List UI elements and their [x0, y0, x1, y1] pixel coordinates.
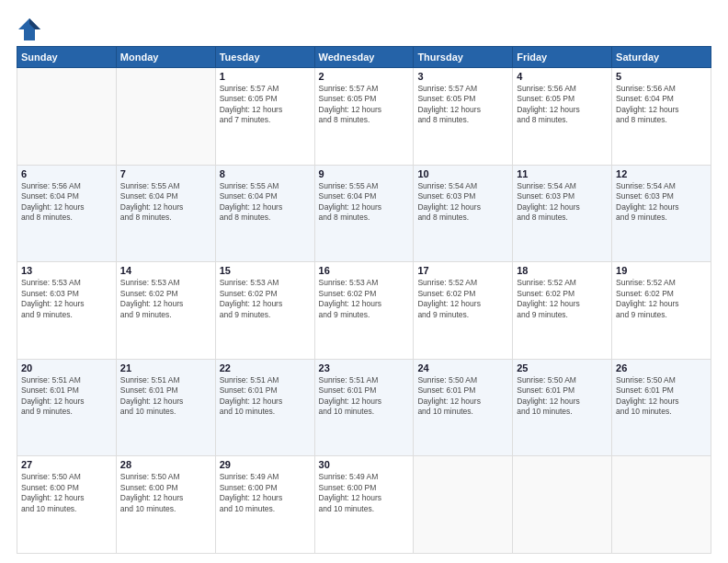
logo-icon	[17, 17, 42, 42]
calendar-header-row: SundayMondayTuesdayWednesdayThursdayFrid…	[17, 47, 711, 68]
day-info: Sunrise: 5:49 AM Sunset: 6:00 PM Dayligh…	[220, 472, 311, 514]
day-info: Sunrise: 5:56 AM Sunset: 6:05 PM Dayligh…	[517, 84, 608, 126]
calendar-cell	[17, 68, 117, 166]
day-info: Sunrise: 5:54 AM Sunset: 6:03 PM Dayligh…	[417, 181, 508, 224]
calendar-cell: 18Sunrise: 5:52 AM Sunset: 6:02 PM Dayli…	[513, 262, 612, 360]
day-info: Sunrise: 5:52 AM Sunset: 6:02 PM Dayligh…	[616, 278, 707, 320]
calendar-week-row: 20Sunrise: 5:51 AM Sunset: 6:01 PM Dayli…	[17, 359, 711, 456]
calendar-cell: 26Sunrise: 5:50 AM Sunset: 6:01 PM Dayli…	[612, 359, 711, 456]
day-info: Sunrise: 5:51 AM Sunset: 6:01 PM Dayligh…	[319, 375, 410, 418]
day-number: 6	[21, 168, 112, 179]
calendar-cell: 14Sunrise: 5:53 AM Sunset: 6:02 PM Dayli…	[116, 262, 215, 360]
day-number: 22	[220, 362, 311, 373]
day-info: Sunrise: 5:49 AM Sunset: 6:00 PM Dayligh…	[319, 472, 410, 514]
day-number: 9	[319, 168, 410, 179]
day-number: 3	[417, 71, 508, 82]
day-number: 17	[417, 265, 508, 276]
calendar-week-row: 1Sunrise: 5:57 AM Sunset: 6:05 PM Daylig…	[17, 68, 711, 166]
calendar-week-row: 27Sunrise: 5:50 AM Sunset: 6:00 PM Dayli…	[17, 456, 711, 554]
calendar-header-friday: Friday	[513, 47, 612, 68]
day-info: Sunrise: 5:52 AM Sunset: 6:02 PM Dayligh…	[417, 278, 508, 320]
day-info: Sunrise: 5:51 AM Sunset: 6:01 PM Dayligh…	[120, 375, 211, 418]
calendar-cell: 24Sunrise: 5:50 AM Sunset: 6:01 PM Dayli…	[414, 359, 513, 456]
day-number: 19	[616, 265, 707, 276]
calendar-header-monday: Monday	[116, 47, 215, 68]
day-info: Sunrise: 5:55 AM Sunset: 6:04 PM Dayligh…	[220, 181, 311, 224]
day-number: 7	[120, 168, 211, 179]
calendar-cell: 9Sunrise: 5:55 AM Sunset: 6:04 PM Daylig…	[314, 165, 414, 262]
calendar-cell: 13Sunrise: 5:53 AM Sunset: 6:03 PM Dayli…	[17, 262, 117, 360]
day-number: 26	[616, 362, 707, 373]
calendar-week-row: 13Sunrise: 5:53 AM Sunset: 6:03 PM Dayli…	[17, 262, 711, 360]
day-number: 29	[220, 459, 311, 470]
day-info: Sunrise: 5:54 AM Sunset: 6:03 PM Dayligh…	[616, 181, 707, 224]
day-info: Sunrise: 5:57 AM Sunset: 6:05 PM Dayligh…	[319, 84, 410, 126]
day-info: Sunrise: 5:53 AM Sunset: 6:02 PM Dayligh…	[120, 278, 211, 320]
calendar-cell	[414, 456, 513, 554]
calendar-cell: 1Sunrise: 5:57 AM Sunset: 6:05 PM Daylig…	[215, 68, 314, 166]
page: SundayMondayTuesdayWednesdayThursdayFrid…	[0, 0, 728, 563]
day-number: 4	[517, 71, 608, 82]
day-number: 5	[616, 71, 707, 82]
day-info: Sunrise: 5:54 AM Sunset: 6:03 PM Dayligh…	[517, 181, 608, 224]
day-info: Sunrise: 5:57 AM Sunset: 6:05 PM Dayligh…	[417, 84, 508, 126]
calendar-cell: 4Sunrise: 5:56 AM Sunset: 6:05 PM Daylig…	[513, 68, 612, 166]
calendar-cell	[612, 456, 711, 554]
day-number: 8	[220, 168, 311, 179]
day-number: 15	[220, 265, 311, 276]
day-number: 1	[220, 71, 311, 82]
day-info: Sunrise: 5:51 AM Sunset: 6:01 PM Dayligh…	[21, 375, 112, 418]
calendar-cell: 29Sunrise: 5:49 AM Sunset: 6:00 PM Dayli…	[215, 456, 314, 554]
calendar-cell: 30Sunrise: 5:49 AM Sunset: 6:00 PM Dayli…	[314, 456, 414, 554]
day-number: 10	[417, 168, 508, 179]
day-number: 23	[319, 362, 410, 373]
calendar-cell: 25Sunrise: 5:50 AM Sunset: 6:01 PM Dayli…	[513, 359, 612, 456]
calendar-cell: 16Sunrise: 5:53 AM Sunset: 6:02 PM Dayli…	[314, 262, 414, 360]
day-number: 16	[319, 265, 410, 276]
calendar-header-thursday: Thursday	[414, 47, 513, 68]
calendar-cell: 12Sunrise: 5:54 AM Sunset: 6:03 PM Dayli…	[612, 165, 711, 262]
day-info: Sunrise: 5:50 AM Sunset: 6:01 PM Dayligh…	[616, 375, 707, 418]
calendar-cell: 20Sunrise: 5:51 AM Sunset: 6:01 PM Dayli…	[17, 359, 117, 456]
day-number: 28	[120, 459, 211, 470]
day-number: 21	[120, 362, 211, 373]
calendar-cell: 7Sunrise: 5:55 AM Sunset: 6:04 PM Daylig…	[116, 165, 215, 262]
day-info: Sunrise: 5:52 AM Sunset: 6:02 PM Dayligh…	[517, 278, 608, 320]
day-info: Sunrise: 5:51 AM Sunset: 6:01 PM Dayligh…	[220, 375, 311, 418]
day-info: Sunrise: 5:50 AM Sunset: 6:00 PM Dayligh…	[120, 472, 211, 514]
header	[17, 17, 711, 42]
calendar-cell: 21Sunrise: 5:51 AM Sunset: 6:01 PM Dayli…	[116, 359, 215, 456]
day-number: 20	[21, 362, 112, 373]
day-info: Sunrise: 5:56 AM Sunset: 6:04 PM Dayligh…	[616, 84, 707, 126]
day-info: Sunrise: 5:55 AM Sunset: 6:04 PM Dayligh…	[319, 181, 410, 224]
day-info: Sunrise: 5:53 AM Sunset: 6:02 PM Dayligh…	[319, 278, 410, 320]
day-number: 12	[616, 168, 707, 179]
day-info: Sunrise: 5:56 AM Sunset: 6:04 PM Dayligh…	[21, 181, 112, 224]
calendar-cell: 27Sunrise: 5:50 AM Sunset: 6:00 PM Dayli…	[17, 456, 117, 554]
calendar-cell: 23Sunrise: 5:51 AM Sunset: 6:01 PM Dayli…	[314, 359, 414, 456]
calendar-week-row: 6Sunrise: 5:56 AM Sunset: 6:04 PM Daylig…	[17, 165, 711, 262]
day-info: Sunrise: 5:53 AM Sunset: 6:02 PM Dayligh…	[220, 278, 311, 320]
calendar-cell: 15Sunrise: 5:53 AM Sunset: 6:02 PM Dayli…	[215, 262, 314, 360]
day-info: Sunrise: 5:55 AM Sunset: 6:04 PM Dayligh…	[120, 181, 211, 224]
calendar-header-sunday: Sunday	[17, 47, 117, 68]
calendar-table: SundayMondayTuesdayWednesdayThursdayFrid…	[17, 46, 711, 554]
day-number: 30	[319, 459, 410, 470]
calendar-header-wednesday: Wednesday	[314, 47, 414, 68]
calendar-cell: 11Sunrise: 5:54 AM Sunset: 6:03 PM Dayli…	[513, 165, 612, 262]
day-number: 2	[319, 71, 410, 82]
calendar-cell: 17Sunrise: 5:52 AM Sunset: 6:02 PM Dayli…	[414, 262, 513, 360]
calendar-cell: 3Sunrise: 5:57 AM Sunset: 6:05 PM Daylig…	[414, 68, 513, 166]
calendar-cell: 10Sunrise: 5:54 AM Sunset: 6:03 PM Dayli…	[414, 165, 513, 262]
day-info: Sunrise: 5:50 AM Sunset: 6:01 PM Dayligh…	[417, 375, 508, 418]
calendar-cell: 8Sunrise: 5:55 AM Sunset: 6:04 PM Daylig…	[215, 165, 314, 262]
day-number: 11	[517, 168, 608, 179]
calendar-cell: 2Sunrise: 5:57 AM Sunset: 6:05 PM Daylig…	[314, 68, 414, 166]
calendar-cell	[116, 68, 215, 166]
day-number: 18	[517, 265, 608, 276]
day-info: Sunrise: 5:50 AM Sunset: 6:01 PM Dayligh…	[517, 375, 608, 418]
day-number: 14	[120, 265, 211, 276]
day-info: Sunrise: 5:57 AM Sunset: 6:05 PM Dayligh…	[220, 84, 311, 126]
day-info: Sunrise: 5:50 AM Sunset: 6:00 PM Dayligh…	[21, 472, 112, 514]
day-number: 25	[517, 362, 608, 373]
